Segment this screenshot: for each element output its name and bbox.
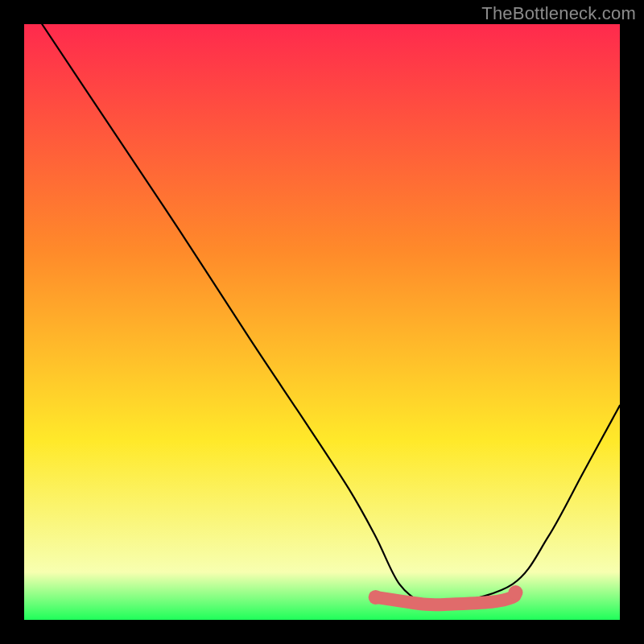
watermark-label: TheBottleneck.com: [481, 3, 636, 24]
flat-zone-dot-left: [369, 590, 383, 605]
bottleneck-chart: [24, 24, 620, 620]
flat-zone-dot-right: [509, 585, 523, 600]
chart-stage: TheBottleneck.com: [0, 0, 644, 644]
gradient-background: [24, 24, 620, 620]
